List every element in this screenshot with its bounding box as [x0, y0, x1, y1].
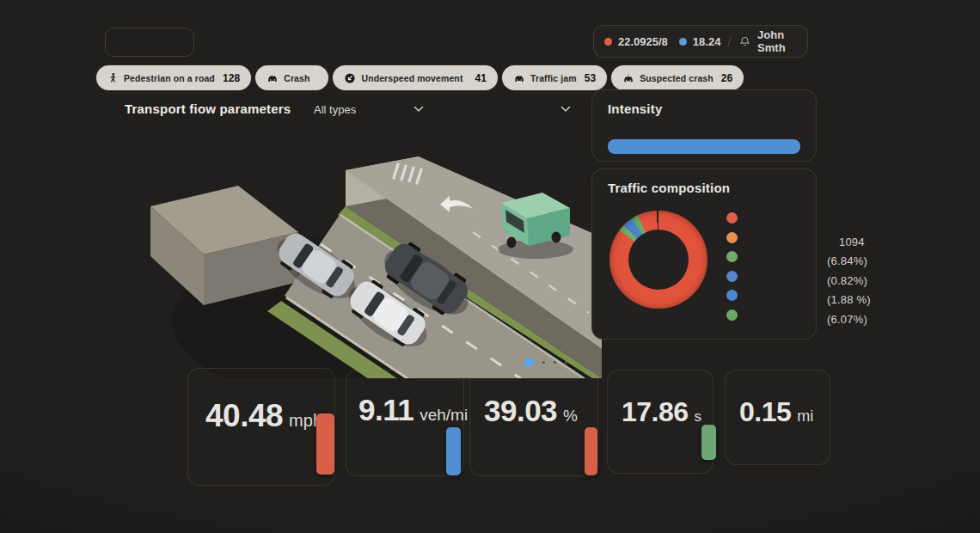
traffic-composition-title: Traffic composition — [608, 181, 816, 195]
alert-count: 128 — [223, 72, 240, 84]
legend-dot — [726, 232, 738, 243]
chevron-down-icon — [560, 106, 571, 113]
green-van — [498, 193, 573, 259]
type-filter-value: All types — [314, 103, 356, 116]
alert-label: Crash — [284, 73, 309, 83]
metric-unit: mi — [797, 407, 813, 426]
metric-card-time: 17.86s — [607, 370, 714, 474]
traffic-donut-hole — [628, 230, 689, 290]
metric-value: 0.15 — [739, 396, 791, 428]
intensity-panel: Intensity — [591, 89, 817, 162]
composition-percent: (0.82%) — [827, 272, 871, 291]
metric-value: 40.48 — [205, 398, 283, 434]
metric-trend-bar — [585, 427, 597, 475]
pedestrian-icon — [107, 72, 119, 83]
alert-pill-underspeed[interactable]: Underspeed movement 41 — [333, 65, 498, 90]
header-date: 22.0925/8 — [618, 35, 668, 48]
alert-label: Underspeed movement — [361, 73, 462, 83]
alert-label: Suspected crash — [640, 73, 714, 83]
alert-label: Traffic jam — [530, 73, 577, 83]
composition-percent: (1.88 %) — [827, 291, 871, 309]
legend-dot — [726, 290, 738, 301]
intensity-bar — [608, 139, 800, 154]
carousel-dot[interactable] — [565, 361, 567, 364]
alert-count: 53 — [585, 72, 597, 84]
page-title: Transport fiow parameters — [125, 101, 291, 116]
composition-values-column: 1094 (6.84%) (0.82%) (1.88 %) (6.07%) — [827, 233, 871, 329]
type-filter-dropdown[interactable]: All types — [314, 101, 424, 118]
metric-unit: veh/mi — [420, 406, 468, 425]
top-left-button-outline[interactable] — [105, 28, 194, 57]
alert-pill-crash[interactable]: Crash — [255, 65, 328, 90]
metric-value: 9.11 — [358, 393, 413, 427]
traffic-composition-legend — [726, 212, 738, 321]
alert-label: Pedestrian on a road — [124, 73, 215, 83]
legend-dot — [726, 212, 738, 224]
carousel-dot[interactable] — [542, 361, 545, 364]
alert-pill-pedestrian[interactable]: Pedestrian on a road 128 — [96, 65, 251, 90]
traffic-dashboard: 22.0925/8 18.24 John Smth Pedestrian on … — [0, 0, 980, 533]
crash-car-icon — [266, 72, 279, 84]
header-divider — [727, 36, 732, 47]
carousel-dot-active[interactable] — [524, 358, 534, 367]
metric-card-percent: 39.03% — [469, 370, 598, 476]
road-scene-illustration — [142, 153, 602, 378]
traffic-donut — [609, 211, 707, 309]
bell-icon — [738, 35, 751, 48]
metric-card-distance: 0.15mi — [725, 370, 830, 465]
alert-pill-traffic-jam[interactable]: Traffic jam 53 — [502, 65, 607, 90]
metric-value: 39.03 — [484, 394, 557, 428]
traffic-jam-icon — [513, 72, 525, 84]
header-status-chip[interactable]: 22.0925/8 18.24 John Smth — [593, 25, 808, 58]
composition-percent: (6.07%) — [827, 310, 871, 329]
metric-unit: s — [695, 408, 702, 426]
metric-trend-bar — [316, 414, 334, 475]
secondary-filter-dropdown[interactable] — [481, 101, 571, 118]
legend-dot — [726, 251, 738, 262]
legend-dot — [726, 309, 738, 321]
scene-carousel-dots — [524, 358, 567, 367]
metric-trend-bar — [701, 425, 716, 460]
underspeed-icon — [344, 72, 356, 84]
date-dot — [604, 38, 612, 46]
suspected-crash-icon — [622, 72, 634, 84]
time-dot — [679, 38, 687, 46]
alert-count: 26 — [721, 72, 733, 84]
chevron-down-icon — [413, 106, 424, 113]
intensity-title: Intensity — [608, 101, 816, 116]
metric-value: 17.86 — [622, 396, 689, 428]
composition-percent: (6.84%) — [827, 252, 871, 271]
header-time: 18.24 — [693, 35, 721, 48]
intensity-bar-track — [608, 139, 800, 154]
carousel-dot[interactable] — [554, 361, 556, 364]
legend-dot — [726, 271, 738, 282]
metric-trend-bar — [446, 427, 461, 475]
metric-unit: % — [563, 407, 578, 426]
alert-pills-row: Pedestrian on a road 128 Crash Under — [96, 65, 744, 90]
traffic-composition-panel: Traffic composition — [591, 168, 817, 340]
metric-card-speed: 40.48mph — [187, 368, 335, 486]
alert-pill-suspected-crash[interactable]: Suspected crash 26 — [611, 65, 744, 90]
user-name: John Smth — [757, 28, 797, 54]
alert-count: 41 — [475, 72, 487, 84]
composition-total: 1094 — [827, 233, 871, 252]
